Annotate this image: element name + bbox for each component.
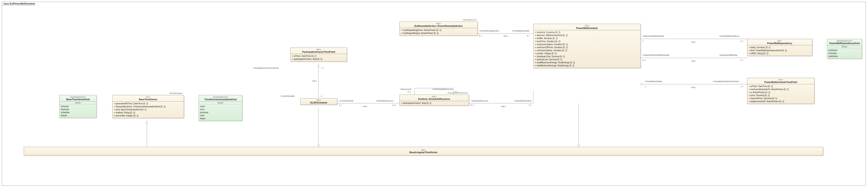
role-label: +DependentPowerBidSchedule (642, 54, 669, 56)
role-label: +SubScheduleResource (432, 88, 453, 90)
mult-label: 0..1 (393, 104, 396, 106)
class-basetimeseries: IdentifiedObject «NC» BaseTimeSeries + g… (112, 95, 184, 118)
mult-label: 0..1 (408, 91, 411, 93)
stereo-label: «NC» (691, 41, 696, 43)
role-label: +ScheduleResource (471, 100, 488, 102)
role-label: +PowerBidSchedule (512, 30, 529, 32)
class-baseirregulartimeseries: «NC» BaseIrregularTimeSeries (24, 147, 823, 156)
stereo-label: «NC» (691, 60, 696, 62)
stereo-label: «NC» (363, 105, 368, 107)
mult-label: 0..1 (471, 104, 474, 106)
mult-label: 1..* (741, 86, 744, 88)
mult-label: 0..* (741, 59, 744, 61)
role-label: +PowerBidScheduleTimePoint (713, 81, 739, 83)
enum-powerbiddependencykind: «enumeration,NC» PowerBidDependencyKind … (827, 39, 862, 59)
mult-label: 0..1 (479, 35, 482, 37)
mult-label: 0..1 (642, 59, 646, 61)
role-label: +ParticipationFactorTimePoint (253, 67, 279, 69)
role-label: +PowerBidSchedule (514, 100, 531, 102)
class-powerbiddependency: «NC» PowerBidDependency + delay: Duratio… (747, 39, 812, 56)
enum-basetimeserieskind: «enumeration,NC» BaseTimeSeriesKind lite… (59, 95, 96, 118)
role-label: +GLSKSchedule (280, 95, 295, 97)
mult-label: 1..* (321, 67, 324, 69)
stereo-label: «NC» (691, 86, 696, 89)
class-pbstimepoint: «NC» PowerBidScheduleTimePoint + atTime:… (747, 78, 814, 104)
mult-label: 0..* (529, 104, 532, 106)
class-scheduleresource: PowerSystemResource «NC» ExtArea::Schedu… (399, 95, 469, 106)
mult-label: 0..* (455, 91, 458, 93)
role-label: +DependentBidDelay (719, 54, 737, 56)
role-label: +PowerRemedialAction (479, 30, 499, 32)
class-powerremedialaction: RemedialAction «NC» ExtRemedialAction::P… (399, 22, 477, 36)
enum-tsinterpolationkind: «enumeration,NC» TimeSeriesInterpolation… (199, 95, 242, 121)
role-label: +PowerBidSchedule (645, 81, 662, 83)
role-label: +ResourceOf (400, 88, 411, 90)
class-powerbidschedule: «NC» PowerBidSchedule + currency: Curren… (533, 24, 641, 68)
stereo-label: «NC» (312, 80, 317, 82)
role-label: +MainPowerBidSchedule (642, 35, 664, 37)
mult-label: 0..* (527, 35, 530, 37)
class-glskschedule: «NC» GLSKSchedule (300, 98, 337, 105)
class-pftp: «NC» ParticipationFactorTimePoint + atTi… (290, 48, 347, 62)
role-label: +GLSKSchedule (339, 100, 353, 102)
role-label: +ScheduleResource (376, 100, 393, 102)
role-label: +PowerBidDependency (719, 35, 739, 37)
mult-label: 0..* (741, 40, 744, 42)
mult-label: 0..* (339, 104, 342, 106)
frame-title: class ExtPowerBidSchedule (2, 2, 38, 6)
mult-label: 1 (645, 86, 646, 88)
stereo-label: «NC» (501, 105, 506, 107)
mult-label: 1 (321, 95, 322, 97)
stereo-label: «NC» (503, 35, 508, 37)
mult-label: 1 (642, 40, 644, 42)
